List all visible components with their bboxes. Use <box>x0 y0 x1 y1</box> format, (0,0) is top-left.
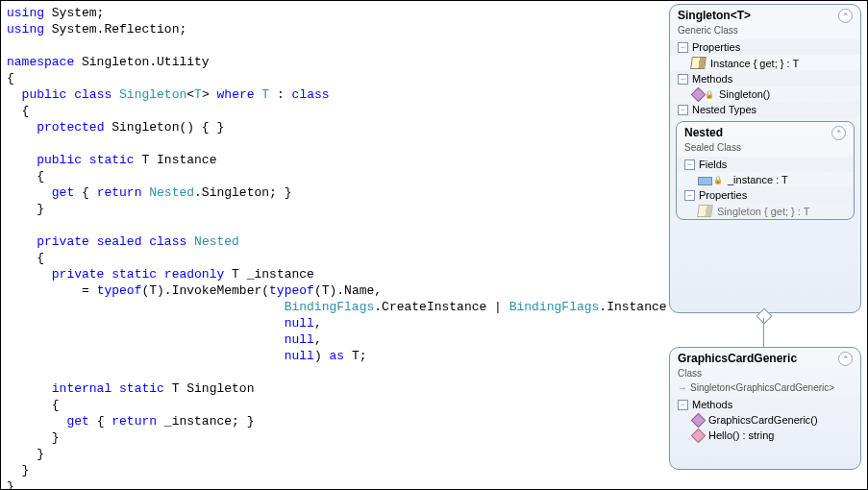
class-title: Singleton<T> <box>678 9 751 22</box>
arrow-icon: → <box>678 382 687 393</box>
class-box-nested[interactable]: Nested ⌃ Sealed Class − Fields 🔒 _instan… <box>676 121 855 220</box>
property-icon <box>690 57 707 69</box>
minus-icon: − <box>684 159 695 170</box>
collapse-icon[interactable]: ⌃ <box>838 9 853 23</box>
section-properties[interactable]: − Properties <box>670 39 860 55</box>
main-container: using System; using System.Reflection; n… <box>0 0 868 490</box>
class-box-graphics[interactable]: GraphicsCardGeneric ⌃ Class → Singleton<… <box>669 347 861 470</box>
class-box-singleton[interactable]: Singleton<T> ⌃ Generic Class − Propertie… <box>669 4 861 313</box>
class-subtitle: Class <box>670 368 860 382</box>
class-subtitle: Generic Class <box>670 25 860 39</box>
minus-icon: − <box>684 190 695 201</box>
property-item[interactable]: Instance { get; } : T <box>670 55 860 71</box>
method-item[interactable]: Hello() : string <box>670 428 860 443</box>
method-icon <box>691 430 704 441</box>
section-methods[interactable]: − Methods <box>670 71 860 86</box>
minus-icon: − <box>678 42 688 53</box>
inherits-row: → Singleton<GraphicsCardGeneric> <box>670 382 860 397</box>
collapse-icon[interactable]: ⌃ <box>838 352 853 366</box>
code-editor[interactable]: using System; using System.Reflection; n… <box>1 1 667 489</box>
property-item[interactable]: Singleton { get; } : T <box>677 203 854 219</box>
inheritance-line <box>763 318 765 347</box>
section-fields[interactable]: − Fields <box>677 157 854 172</box>
collapse-icon[interactable]: ⌃ <box>831 126 846 140</box>
minus-icon: − <box>678 74 688 85</box>
class-title: Nested <box>684 126 723 139</box>
method-icon <box>691 89 704 100</box>
class-subtitle: Sealed Class <box>677 142 854 157</box>
method-icon <box>691 415 704 426</box>
class-title: GraphicsCardGeneric <box>678 352 797 365</box>
section-nested-types[interactable]: − Nested Types <box>670 102 860 117</box>
section-methods[interactable]: − Methods <box>670 397 860 412</box>
method-item[interactable]: 🔒 Singleton() <box>670 86 860 102</box>
field-item[interactable]: 🔒 _instance : T <box>677 172 854 187</box>
method-item[interactable]: GraphicsCardGeneric() <box>670 412 860 428</box>
property-icon <box>697 205 713 217</box>
lock-icon: 🔒 <box>713 176 723 184</box>
section-properties[interactable]: − Properties <box>677 187 854 203</box>
minus-icon: − <box>678 105 688 115</box>
class-diagram-pane: Singleton<T> ⌃ Generic Class − Propertie… <box>667 1 867 489</box>
minus-icon: − <box>678 400 688 410</box>
field-icon <box>698 177 712 185</box>
